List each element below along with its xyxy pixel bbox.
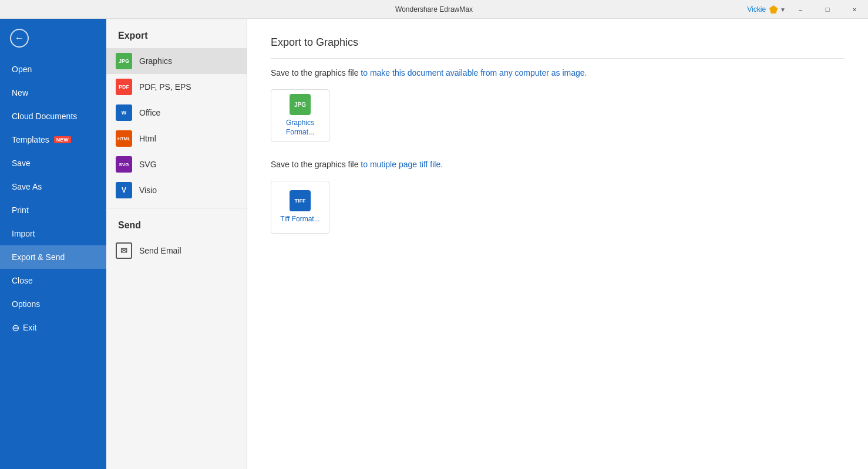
sidebar-item-templates[interactable]: Templates NEW (0, 128, 106, 151)
content-description-1: Save to the graphics file to make this d… (271, 68, 845, 77)
tiff-format-card[interactable]: TIFF Tiff Format... (271, 181, 329, 234)
tiff-format-icon: TIFF (290, 190, 311, 211)
visio-icon: V (116, 182, 132, 198)
export-item-html-label: Html (139, 134, 156, 143)
graphics-format-label: Graphics Format... (271, 119, 329, 137)
title-bar-controls: – □ × (787, 0, 868, 19)
back-button[interactable]: ← (6, 25, 33, 52)
word-icon: W (116, 104, 132, 121)
sidebar-item-new[interactable]: New (0, 81, 106, 104)
pdf-icon: PDF (116, 79, 132, 95)
new-badge: NEW (54, 136, 71, 143)
app-title: Wondershare EdrawMax (395, 5, 473, 14)
export-section-title: Export (106, 19, 247, 48)
format-cards-row2: TIFF Tiff Format... (271, 181, 845, 234)
sidebar-item-open[interactable]: Open (0, 58, 106, 81)
graphics-format-icon: JPG (290, 94, 311, 115)
html-icon: HTML (116, 130, 132, 147)
send-email-label: Send Email (139, 246, 181, 255)
exit-icon: ⊖ (12, 322, 19, 333)
maximize-button[interactable]: □ (814, 0, 841, 19)
send-email-item[interactable]: ✉ Send Email (106, 238, 247, 264)
export-item-pdf[interactable]: PDF PDF, PS, EPS (106, 74, 247, 100)
title-bar: Wondershare EdrawMax Vickie ▼ – □ × (0, 0, 868, 19)
user-name: Vickie (747, 5, 766, 14)
export-item-graphics[interactable]: JPG Graphics (106, 48, 247, 74)
export-panel: Export JPG Graphics PDF PDF, PS, EPS W O… (106, 19, 247, 469)
export-item-visio[interactable]: V Visio (106, 177, 247, 203)
sidebar-item-import[interactable]: Import (0, 222, 106, 245)
export-item-html[interactable]: HTML Html (106, 126, 247, 151)
tiff-format-label: Tiff Format... (280, 215, 319, 224)
sidebar-item-options[interactable]: Options (0, 292, 106, 316)
content-area: Export to Graphics Save to the graphics … (247, 19, 868, 469)
export-item-svg-label: SVG (139, 160, 157, 169)
graphics-format-card[interactable]: JPG Graphics Format... (271, 89, 329, 142)
crown-icon (769, 5, 778, 14)
export-item-graphics-label: Graphics (139, 56, 172, 66)
close-button[interactable]: × (841, 0, 868, 19)
sidebar: ← Open New Cloud Documents Templates NEW… (0, 19, 106, 469)
back-circle-icon: ← (10, 29, 29, 48)
sidebar-item-saveas[interactable]: Save As (0, 175, 106, 198)
send-section-title: Send (106, 208, 247, 238)
main-container: ← Open New Cloud Documents Templates NEW… (0, 19, 868, 469)
content-title: Export to Graphics (271, 36, 845, 59)
sidebar-item-save[interactable]: Save (0, 151, 106, 175)
user-dropdown-icon[interactable]: ▼ (780, 6, 786, 13)
export-item-svg[interactable]: SVG SVG (106, 151, 247, 177)
user-area[interactable]: Vickie ▼ (747, 0, 786, 19)
content-description-2: Save to the graphics file to mutiple pag… (271, 160, 845, 169)
svg-icon: SVG (116, 156, 132, 173)
sidebar-item-export[interactable]: Export & Send (0, 245, 106, 269)
email-icon: ✉ (116, 242, 132, 259)
minimize-button[interactable]: – (787, 0, 814, 19)
export-item-office-label: Office (139, 108, 160, 117)
format-cards-row1: JPG Graphics Format... (271, 89, 845, 142)
jpg-icon: JPG (116, 53, 132, 69)
export-item-office[interactable]: W Office (106, 100, 247, 126)
sidebar-item-cloud[interactable]: Cloud Documents (0, 104, 106, 128)
export-item-pdf-label: PDF, PS, EPS (139, 82, 191, 92)
sidebar-item-close[interactable]: Close (0, 269, 106, 292)
export-item-visio-label: Visio (139, 185, 157, 195)
sidebar-item-print[interactable]: Print (0, 198, 106, 222)
sidebar-item-exit[interactable]: ⊖ Exit (0, 316, 106, 339)
